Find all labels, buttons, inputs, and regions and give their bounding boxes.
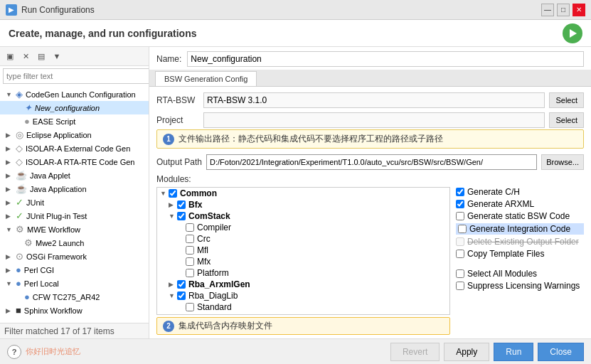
sidebar-item-ease-script[interactable]: ● EASE Script <box>0 114 149 128</box>
option-generate-static-bsw-label: Generate static BSW Code <box>467 211 570 221</box>
sidebar-item-sphinx[interactable]: ▶ ■ Sphinx Workflow <box>0 304 149 317</box>
run-button[interactable] <box>563 23 582 43</box>
module-mfl-checkbox[interactable] <box>186 246 194 255</box>
new-config-button[interactable]: ▣ <box>3 49 17 63</box>
project-select-button[interactable]: Select <box>549 112 584 128</box>
close-action-button[interactable]: Close <box>538 343 584 361</box>
option-select-all-modules[interactable]: Select All Modules <box>456 269 584 279</box>
sidebar-item-eclipse-app[interactable]: ▶ ◎ Eclipse Application <box>0 128 149 141</box>
module-mfl[interactable]: Mfl <box>157 245 449 256</box>
sidebar-item-perl-cgi[interactable]: ▶ ● Perl CGI <box>0 263 149 277</box>
option-copy-template-checkbox[interactable] <box>456 250 464 258</box>
option-generate-static-bsw-checkbox[interactable] <box>456 212 464 220</box>
expand-icon: ▼ <box>6 91 13 98</box>
sidebar-item-junit-plugin[interactable]: ▶ ✓ JUnit Plug-in Test <box>0 209 149 223</box>
module-comstack-label: ComStack <box>188 211 230 221</box>
sidebar-item-isolar-rta[interactable]: ▶ ◇ ISOLAR-A RTA-RTE Code Gen <box>0 155 149 168</box>
module-comstack-checkbox[interactable] <box>177 212 186 220</box>
output-path-label: Output Path <box>156 157 202 167</box>
sidebar-item-mwe[interactable]: ▼ ⚙ MWE Workflow <box>0 223 149 236</box>
maximize-button[interactable]: □ <box>557 4 570 16</box>
apply-button[interactable]: Apply <box>444 343 489 361</box>
tooltip-1: 1 文件输出路径：静态代码和集成代码不要选择程序工程的路径或子路径 <box>156 129 584 149</box>
module-rta-base-checkbox[interactable] <box>169 314 177 315</box>
sidebar-item-codegen[interactable]: ▼ ◈ CodeGen Launch Configuration <box>0 87 149 101</box>
revert-button[interactable]: Revert <box>390 343 440 361</box>
duplicate-config-button[interactable]: ▤ <box>34 49 48 63</box>
name-input[interactable] <box>187 51 584 67</box>
module-bfx[interactable]: ▶ Bfx <box>157 199 449 210</box>
name-label: Name: <box>156 54 181 64</box>
header-bar: Create, manage, and run configurations <box>0 20 591 47</box>
option-generate-ch[interactable]: Generate C/H <box>456 187 584 197</box>
module-platform-checkbox[interactable] <box>186 269 194 277</box>
filter-button[interactable]: ▼ <box>50 49 64 63</box>
module-common-checkbox[interactable] <box>169 189 177 198</box>
module-standard-checkbox[interactable] <box>186 303 194 311</box>
module-common[interactable]: ▼ Common <box>157 188 449 199</box>
module-crc[interactable]: Crc <box>157 233 449 245</box>
module-rba-arxmlgen-label: Rba_ArxmlGen <box>188 279 250 289</box>
option-select-all-checkbox[interactable] <box>456 269 464 278</box>
option-suppress-licensing[interactable]: Suppress Licensing Warnings <box>456 281 584 291</box>
module-platform-label: Platform <box>197 268 229 278</box>
sidebar-item-new-config[interactable]: ✦ New_configuration <box>0 101 149 114</box>
module-rta-base[interactable]: ▼ RTA-BASE <box>157 313 449 315</box>
module-mfx[interactable]: Mfx <box>157 256 449 267</box>
tooltip-2: 2 集成代码含内存映射文件 <box>156 317 450 335</box>
tooltip-2-text: 集成代码含内存映射文件 <box>179 320 272 332</box>
sidebar-item-java-applet[interactable]: ▶ ☕ Java Applet <box>0 168 149 182</box>
module-mfx-checkbox[interactable] <box>186 257 194 266</box>
module-rba-diaglib-checkbox[interactable] <box>177 291 186 300</box>
title-bar: ▶ Run Configurations — □ ✕ <box>0 0 591 20</box>
sidebar: ▣ ✕ ▤ ▼ ▼ ◈ CodeGen Launch Configuration… <box>0 47 149 338</box>
run-action-button[interactable]: Run <box>494 343 533 361</box>
sidebar-tree: ▼ ◈ CodeGen Launch Configuration ✦ New_c… <box>0 86 149 323</box>
option-delete-existing[interactable]: Delete Existing Output Folder <box>456 237 584 247</box>
module-compiler-label: Compiler <box>197 223 231 232</box>
rta-bsw-input[interactable] <box>203 92 545 108</box>
option-generate-static-bsw[interactable]: Generate static BSW Code <box>456 211 584 221</box>
option-generate-ch-checkbox[interactable] <box>456 188 464 196</box>
modules-section: Modules: ▼ Common ▶ <box>156 174 584 335</box>
project-input[interactable] <box>203 112 545 128</box>
sidebar-item-mwe2[interactable]: ⚙ Mwe2 Launch <box>0 236 149 250</box>
sidebar-item-osgi[interactable]: ▶ ⊙ OSGi Framework <box>0 250 149 263</box>
close-window-button[interactable]: ✕ <box>573 4 585 16</box>
output-path-input[interactable] <box>206 154 537 170</box>
module-standard[interactable]: Standard <box>157 301 449 313</box>
module-rba-diaglib[interactable]: ▼ Rba_DiagLib <box>157 290 449 301</box>
module-compiler[interactable]: Compiler <box>157 222 449 233</box>
option-suppress-licensing-checkbox[interactable] <box>456 282 464 290</box>
sidebar-toolbar: ▣ ✕ ▤ ▼ <box>0 47 149 66</box>
run-triangle-icon <box>570 29 577 38</box>
help-button[interactable]: ? <box>7 345 21 359</box>
module-platform[interactable]: Platform <box>157 267 449 279</box>
option-generate-arxml-checkbox[interactable] <box>456 200 464 208</box>
tooltip-1-text: 文件输出路径：静态代码和集成代码不要选择程序工程的路径或子路径 <box>179 133 443 145</box>
filter-input[interactable] <box>3 68 149 84</box>
sidebar-item-junit[interactable]: ▶ ✓ JUnit <box>0 196 149 209</box>
filter-status: Filter matched 17 of 17 items <box>4 326 115 336</box>
option-generate-arxml[interactable]: Generate ARXML <box>456 199 584 209</box>
modules-tree: ▼ Common ▶ Bfx ▼ <box>156 187 450 315</box>
sidebar-item-cfw[interactable]: ● CFW TC275_AR42 <box>0 290 149 304</box>
module-rba-arxmlgen[interactable]: ▶ Rba_ArxmlGen <box>157 279 449 290</box>
module-comstack[interactable]: ▼ ComStack <box>157 210 449 222</box>
option-generate-integration[interactable]: Generate Integration Code <box>456 223 584 235</box>
module-compiler-checkbox[interactable] <box>186 223 194 232</box>
delete-config-button[interactable]: ✕ <box>18 49 33 63</box>
tab-bsw-generation[interactable]: BSW Generation Config <box>155 71 257 86</box>
module-mfx-label: Mfx <box>197 257 211 267</box>
module-bfx-checkbox[interactable] <box>177 200 186 209</box>
sidebar-item-isolar-ext[interactable]: ▶ ◇ ISOLAR-A External Code Gen <box>0 141 149 155</box>
browse-button[interactable]: Browse... <box>541 154 584 170</box>
module-crc-checkbox[interactable] <box>186 235 194 243</box>
sidebar-item-perl-local[interactable]: ▼ ● Perl Local <box>0 277 149 290</box>
rta-bsw-select-button[interactable]: Select <box>549 92 584 108</box>
sidebar-item-java-app[interactable]: ▶ ☕ Java Application <box>0 182 149 196</box>
option-copy-template[interactable]: Copy Template Files <box>456 249 584 259</box>
minimize-button[interactable]: — <box>541 4 554 16</box>
module-rba-arxmlgen-checkbox[interactable] <box>177 280 186 289</box>
option-generate-integration-checkbox[interactable] <box>458 225 467 233</box>
